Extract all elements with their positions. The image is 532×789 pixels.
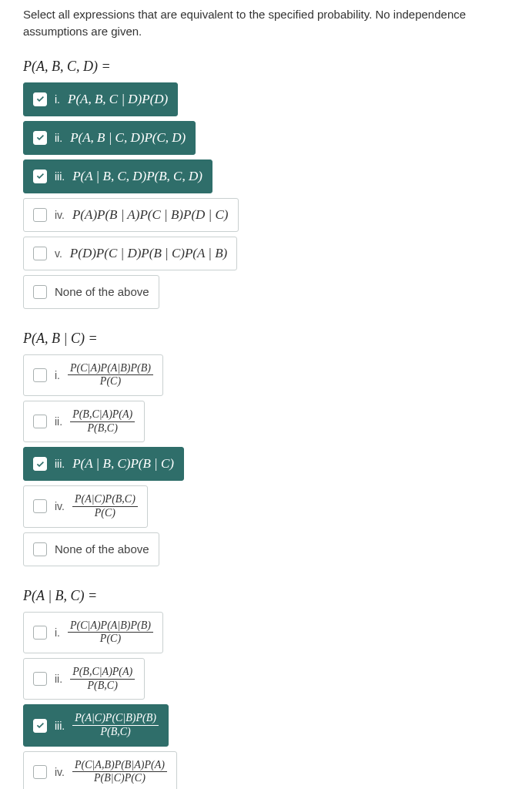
option-roman: iv. (55, 500, 65, 512)
option-checkbox[interactable] (33, 626, 47, 640)
fraction-numerator: P(B,C|A)P(A) (70, 666, 135, 680)
fraction-numerator: P(A|C)P(C|B)P(B) (72, 713, 159, 726)
option-choice[interactable]: iii.P(A|C)P(C|B)P(B)P(B,C) (23, 704, 169, 746)
option-roman: i. (55, 626, 60, 639)
option-roman: v. (55, 247, 62, 260)
check-icon (35, 94, 45, 104)
option-none-label: None of the above (55, 285, 149, 298)
option-roman: ii. (55, 132, 62, 144)
option-checkbox[interactable] (33, 131, 47, 145)
option-roman: iii. (55, 720, 65, 732)
option-choice[interactable]: ii.P(B,C|A)P(A)P(B,C) (23, 401, 145, 442)
question-title: P(A | B, C) = (23, 588, 509, 604)
option-roman: iv. (55, 209, 65, 221)
fraction-denominator: P(B,C) (70, 680, 135, 692)
option-checkbox[interactable] (33, 719, 47, 733)
question-block: P(A, B, C, D) =i.P(A, B, C | D)P(D)ii.P(… (23, 59, 509, 309)
option-checkbox[interactable] (33, 208, 47, 222)
option-checkbox[interactable] (33, 92, 47, 106)
option-choice[interactable]: i.P(A, B, C | D)P(D) (23, 82, 178, 116)
fraction-denominator: P(C) (68, 375, 153, 388)
option-checkbox[interactable] (33, 247, 47, 260)
option-formula-fraction: P(B,C|A)P(A)P(B,C) (70, 409, 135, 434)
option-roman: i. (55, 369, 60, 381)
instructions-text: Select all expressions that are equivale… (23, 6, 509, 40)
fraction-numerator: P(C|A)P(A|B)P(B) (68, 620, 153, 633)
option-none-label: None of the above (55, 542, 149, 556)
option-formula-fraction: P(C|A)P(A|B)P(B)P(C) (68, 363, 153, 388)
option-choice[interactable]: iii.P(A | B, C, D)P(B, C, D) (23, 159, 212, 193)
fraction-denominator: P(B|C)P(C) (72, 772, 167, 784)
question-block: P(A | B, C) =i.P(C|A)P(A|B)P(B)P(C)ii.P(… (23, 588, 509, 789)
check-icon (35, 720, 45, 730)
option-formula: P(A, B, C | D)P(D) (68, 92, 168, 107)
option-checkbox[interactable] (33, 499, 47, 513)
option-checkbox[interactable] (33, 672, 47, 686)
option-choice[interactable]: i.P(C|A)P(A|B)P(B)P(C) (23, 612, 163, 653)
option-choice[interactable]: ii.P(B,C|A)P(A)P(B,C) (23, 658, 145, 700)
option-formula: P(A | B, C)P(B | C) (72, 456, 174, 472)
fraction-denominator: P(B,C) (72, 726, 159, 738)
option-choice[interactable]: iv.P(C|A,B)P(B|A)P(A)P(B|C)P(C) (23, 751, 177, 789)
option-formula: P(D)P(C | D)P(B | C)P(A | B) (70, 246, 227, 261)
option-choice[interactable]: v.P(D)P(C | D)P(B | C)P(A | B) (23, 237, 237, 270)
option-formula-fraction: P(A|C)P(B,C)P(C) (72, 494, 138, 519)
option-formula-fraction: P(B,C|A)P(A)P(B,C) (70, 666, 135, 691)
option-checkbox[interactable] (33, 368, 47, 382)
question-title: P(A, B | C) = (23, 331, 509, 347)
check-icon (35, 459, 45, 469)
fraction-numerator: P(C|A)P(A|B)P(B) (68, 363, 153, 376)
option-formula: P(A)P(B | A)P(C | B)P(D | C) (72, 207, 229, 223)
option-roman: iii. (55, 458, 65, 470)
fraction-denominator: P(B,C) (70, 422, 135, 435)
fraction-numerator: P(A|C)P(B,C) (72, 494, 138, 507)
question-block: P(A, B | C) =i.P(C|A)P(A|B)P(B)P(C)ii.P(… (23, 331, 509, 566)
option-formula: P(A | B, C, D)P(B, C, D) (72, 169, 202, 184)
option-choice[interactable]: ii.P(A, B | C, D)P(C, D) (23, 121, 196, 155)
fraction-denominator: P(C) (72, 507, 138, 519)
option-choice[interactable]: iii.P(A | B, C)P(B | C) (23, 447, 184, 481)
option-roman: iii. (55, 170, 65, 183)
option-formula-fraction: P(C|A,B)P(B|A)P(A)P(B|C)P(C) (72, 760, 167, 784)
option-roman: ii. (55, 415, 62, 428)
option-roman: ii. (55, 673, 62, 685)
option-checkbox[interactable] (33, 457, 47, 471)
option-checkbox[interactable] (33, 765, 47, 779)
fraction-numerator: P(C|A,B)P(B|A)P(A) (72, 760, 167, 773)
option-checkbox[interactable] (33, 542, 47, 556)
fraction-denominator: P(C) (68, 633, 153, 645)
option-formula: P(A, B | C, D)P(C, D) (70, 130, 186, 146)
option-choice[interactable]: iv.P(A)P(B | A)P(C | B)P(D | C) (23, 198, 239, 232)
option-choice[interactable]: iv.P(A|C)P(B,C)P(C) (23, 485, 148, 527)
check-icon (35, 133, 45, 143)
option-roman: i. (55, 93, 60, 106)
option-checkbox[interactable] (33, 170, 47, 183)
option-formula-fraction: P(A|C)P(C|B)P(B)P(B,C) (72, 713, 159, 737)
option-checkbox[interactable] (33, 415, 47, 428)
option-checkbox[interactable] (33, 285, 47, 299)
option-roman: iv. (55, 766, 65, 778)
option-none[interactable]: None of the above (23, 532, 159, 566)
question-title: P(A, B, C, D) = (23, 59, 509, 75)
check-icon (35, 171, 45, 181)
option-none[interactable]: None of the above (23, 275, 159, 309)
option-choice[interactable]: i.P(C|A)P(A|B)P(B)P(C) (23, 354, 163, 396)
fraction-numerator: P(B,C|A)P(A) (70, 409, 135, 422)
option-formula-fraction: P(C|A)P(A|B)P(B)P(C) (68, 620, 153, 645)
